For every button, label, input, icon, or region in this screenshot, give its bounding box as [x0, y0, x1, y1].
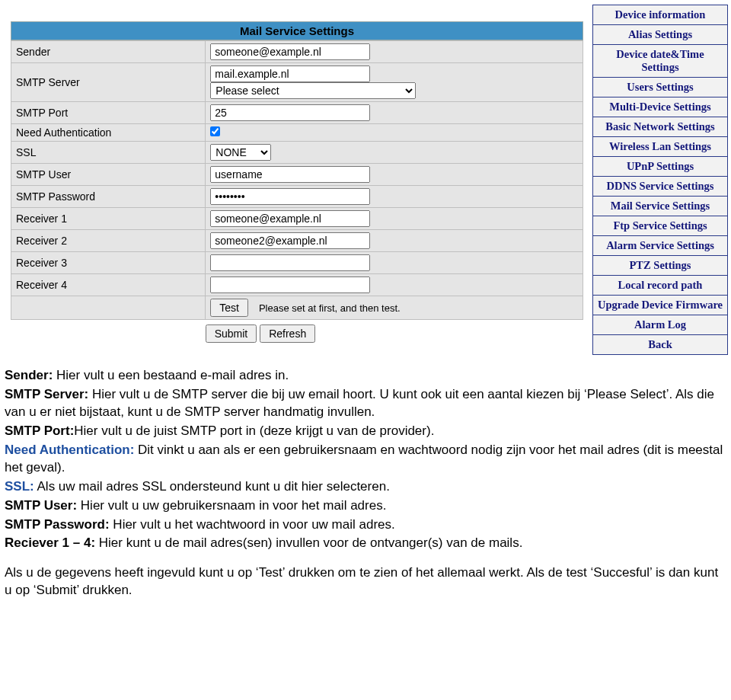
nav-users-settings[interactable]: Users Settings: [593, 78, 727, 97]
doc-receiver-label: Reciever 1 – 4:: [5, 535, 95, 550]
nav-wireless-lan-settings[interactable]: Wireless Lan Settings: [593, 137, 727, 157]
sender-input[interactable]: [210, 43, 370, 60]
smtp-password-input[interactable]: [210, 188, 370, 205]
receiver2-input[interactable]: [210, 232, 370, 249]
nav-device-information[interactable]: Device information: [593, 5, 727, 25]
doc-smtp-user-label: SMTP User:: [5, 498, 77, 513]
doc-smtp-server-label: SMTP Server:: [5, 387, 88, 401]
doc-sender-text: Hier vult u een bestaand e-mail adres in…: [53, 368, 289, 382]
label-receiver3: Receiver 3: [11, 252, 206, 274]
mail-settings-panel: Mail Service Settings Sender SMTP Server…: [11, 3, 583, 347]
receiver3-input[interactable]: [210, 254, 370, 271]
nav-alias-settings[interactable]: Alias Settings: [593, 25, 727, 45]
nav-local-record-path[interactable]: Local record path: [593, 276, 727, 296]
submit-button[interactable]: Submit: [206, 324, 257, 343]
label-smtp-password: SMTP Password: [11, 186, 206, 208]
smtp-user-input[interactable]: [210, 166, 370, 183]
label-need-auth: Need Authentication: [11, 124, 206, 142]
need-auth-checkbox[interactable]: [210, 126, 220, 136]
label-smtp-server: SMTP Server: [11, 63, 206, 102]
label-receiver2: Receiver 2: [11, 230, 206, 252]
label-smtp-user: SMTP User: [11, 164, 206, 186]
receiver4-input[interactable]: [210, 276, 370, 293]
panel-title: Mail Service Settings: [11, 21, 583, 40]
nav-upnp-settings[interactable]: UPnP Settings: [593, 157, 727, 177]
doc-body: Sender: Hier vult u een bestaand e-mail …: [0, 355, 731, 606]
receiver1-input[interactable]: [210, 210, 370, 227]
doc-smtp-password-text: Hier vult u het wachtwoord in voor uw ma…: [110, 517, 395, 532]
nav-multi-device-settings[interactable]: Multi-Device Settings: [593, 97, 727, 117]
nav-back[interactable]: Back: [593, 335, 727, 354]
nav-device-date-time-settings[interactable]: Device date&Time Settings: [593, 45, 727, 78]
ssl-select[interactable]: NONE: [210, 144, 271, 161]
smtp-port-input[interactable]: [210, 104, 370, 121]
label-receiver4: Receiver 4: [11, 274, 206, 296]
nav-ftp-service-settings[interactable]: Ftp Service Settings: [593, 216, 727, 236]
settings-table: Sender SMTP Server Please select SMTP Po…: [11, 40, 583, 320]
nav-basic-network-settings[interactable]: Basic Network Settings: [593, 117, 727, 137]
doc-smtp-port-text: Hier vult u de juist SMTP port in (deze …: [74, 424, 434, 438]
doc-smtp-password-label: SMTP Password:: [5, 517, 110, 532]
doc-ssl-label: SSL:: [5, 479, 34, 494]
nav-upgrade-device-firmware[interactable]: Upgrade Device Firmware: [593, 296, 727, 315]
nav-alarm-service-settings[interactable]: Alarm Service Settings: [593, 236, 727, 256]
doc-smtp-user-text: Hier vult u uw gebruikersnaam in voor he…: [77, 498, 386, 513]
doc-smtp-port-label: SMTP Port:: [5, 424, 74, 438]
nav-mail-service-settings[interactable]: Mail Service Settings: [593, 197, 727, 216]
doc-need-auth-label: Need Authentication:: [5, 443, 134, 457]
refresh-button[interactable]: Refresh: [260, 324, 315, 343]
doc-ssl-text: Als uw mail adres SSL ondersteund kunt u…: [34, 479, 390, 494]
label-receiver1: Receiver 1: [11, 208, 206, 230]
doc-sender-label: Sender:: [5, 368, 53, 382]
label-smtp-port: SMTP Port: [11, 102, 206, 124]
label-empty-test: [11, 296, 206, 320]
nav-ptz-settings[interactable]: PTZ Settings: [593, 256, 727, 276]
doc-receiver-text: Hier kunt u de mail adres(sen) invullen …: [95, 535, 522, 550]
label-ssl: SSL: [11, 142, 206, 164]
smtp-server-input[interactable]: [210, 66, 370, 82]
doc-smtp-server-text: Hier vult u de SMTP server die bij uw em…: [5, 387, 714, 419]
label-sender: Sender: [11, 41, 206, 63]
test-hint: Please set at first, and then test.: [259, 302, 401, 314]
test-button[interactable]: Test: [210, 299, 248, 317]
smtp-server-select[interactable]: Please select: [210, 82, 416, 99]
nav-alarm-log[interactable]: Alarm Log: [593, 315, 727, 335]
nav-ddns-service-settings[interactable]: DDNS Service Settings: [593, 177, 727, 197]
doc-footer-text: Als u de gegevens heeft ingevuld kunt u …: [5, 564, 726, 599]
side-nav: Device information Alias Settings Device…: [592, 5, 728, 355]
